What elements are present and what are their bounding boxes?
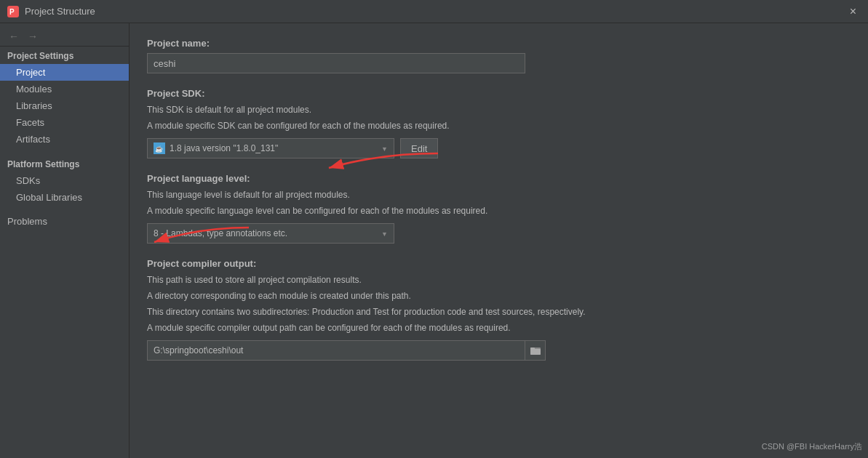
sidebar-item-sdks[interactable]: SDKs [0,172,129,189]
nav-arrows: ← → [0,26,130,47]
compiler-output-value: G:\springboot\ceshi\out [154,345,243,355]
project-sdk-section: Project SDK: This SDK is default for all… [147,88,851,158]
compiler-desc1: This path is used to store all project c… [147,273,851,286]
sidebar-item-global-libraries[interactable]: Global Libraries [0,189,129,206]
sdk-value: 1.8 java version "1.8.0_131" [170,143,278,153]
language-chevron-icon [381,228,388,238]
svg-rect-8 [530,349,541,355]
annotation-arrow-language [147,222,256,258]
svg-text:☕: ☕ [155,145,164,153]
sidebar: ← → Project Settings Project Modules Lib… [0,23,130,458]
platform-settings-header: Platform Settings [0,155,129,172]
sdk-java-icon: ☕ [154,142,165,154]
language-desc2: A module specific language level can be … [147,204,851,217]
sidebar-item-project[interactable]: Project [0,64,129,81]
sidebar-item-label: Modules [16,84,52,95]
sdk-desc1: This SDK is default for all project modu… [147,103,851,116]
sidebar-item-label: Facets [16,117,44,128]
compiler-output-section: Project compiler output: This path is us… [147,258,851,361]
watermark: CSDN @FBI HackerHarry浩 [762,441,862,452]
compiler-output-label: Project compiler output: [147,258,851,269]
sidebar-item-libraries[interactable]: Libraries [0,97,129,114]
language-level-label: Project language level: [147,173,851,184]
compiler-desc3: This directory contains two subdirectori… [147,305,851,318]
window-title: Project Structure [25,6,95,17]
sidebar-item-label: Artifacts [16,134,50,145]
sdk-desc2: A module specific SDK can be configured … [147,119,851,132]
content-area: Project name: Project SDK: This SDK is d… [130,23,868,458]
close-button[interactable]: × [845,4,861,19]
sidebar-item-facets[interactable]: Facets [0,114,129,131]
title-bar-left: P Project Structure [7,6,95,17]
forward-arrow[interactable]: → [25,29,41,44]
sidebar-item-label: SDKs [16,175,40,186]
compiler-desc2: A directory corresponding to each module… [147,289,851,302]
sidebar-item-problems[interactable]: Problems [0,212,129,230]
output-input-row: G:\springboot\ceshi\out [147,340,851,361]
compiler-desc4: A module specific compiler output path c… [147,321,851,334]
title-bar: P Project Structure × [0,0,868,23]
project-name-section: Project name: [147,38,851,73]
sidebar-item-artifacts[interactable]: Artifacts [0,131,129,148]
main-layout: ← → Project Settings Project Modules Lib… [0,23,868,458]
project-name-input[interactable] [147,53,525,73]
sidebar-problems-label: Problems [7,216,47,227]
sdk-row: ☕ 1.8 java version "1.8.0_131" Edit [147,138,851,158]
sidebar-item-label: Global Libraries [16,192,82,203]
project-sdk-label: Project SDK: [147,88,851,99]
folder-browse-button[interactable] [525,340,546,361]
sidebar-item-modules[interactable]: Modules [0,81,129,97]
sdk-dropdown[interactable]: ☕ 1.8 java version "1.8.0_131" [147,138,394,158]
sdk-dropdown-inner: ☕ 1.8 java version "1.8.0_131" [154,142,278,154]
sdk-chevron-icon [381,143,388,153]
sidebar-item-label: Project [16,67,45,78]
back-arrow[interactable]: ← [6,29,22,44]
edit-sdk-button[interactable]: Edit [400,138,438,158]
compiler-output-input[interactable]: G:\springboot\ceshi\out [147,340,525,361]
app-icon: P [7,6,19,17]
language-desc1: This language level is default for all p… [147,188,851,201]
project-settings-header: Project Settings [0,47,129,64]
project-language-section: Project language level: This language le… [147,173,851,244]
sidebar-item-label: Libraries [16,100,52,111]
folder-icon [530,345,541,355]
svg-text:P: P [9,8,15,16]
project-name-label: Project name: [147,38,851,49]
